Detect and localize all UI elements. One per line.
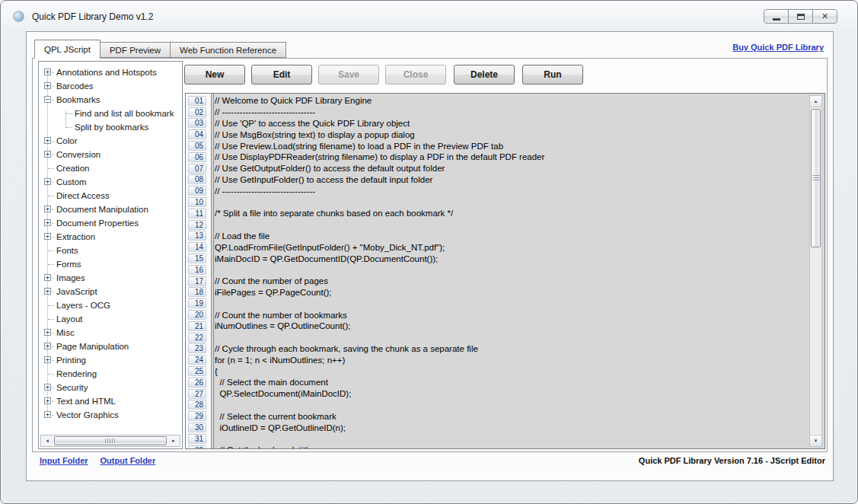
- tree-item-label: Find and list all bookmark: [75, 109, 174, 118]
- line-number: 27: [188, 389, 206, 399]
- tree-item-page-manipulation[interactable]: + Page Manipulation: [41, 340, 181, 353]
- tree-item-javascript[interactable]: + JavaScript: [41, 285, 181, 298]
- tree-item-split-by-bookmarks[interactable]: Split by bookmarks: [41, 120, 181, 134]
- expand-icon[interactable]: +: [44, 137, 51, 144]
- tree-item-find-and-list-all-bookmark[interactable]: Find and list all bookmark: [41, 107, 181, 120]
- vscroll-thumb[interactable]: [811, 109, 821, 247]
- tree-item-fonts[interactable]: Fonts: [41, 244, 181, 257]
- tree-item-misc[interactable]: + Misc: [41, 326, 181, 340]
- tree-item-label: Page Manipulation: [56, 342, 129, 351]
- tree-item-printing[interactable]: + Printing: [41, 353, 181, 367]
- expand-icon[interactable]: +: [44, 343, 51, 349]
- tab-pdf-preview[interactable]: PDF Preview: [100, 42, 171, 58]
- code-text: // Use GetOutputFolder() to access the d…: [215, 164, 445, 173]
- code-text: {: [215, 367, 218, 376]
- tree-item-document-manipulation[interactable]: + Document Manipulation: [41, 203, 181, 216]
- tab-qpl-jscript[interactable]: QPL JScript: [34, 40, 100, 59]
- code-text: // Welcome to Quick PDF Library Engine: [215, 96, 372, 105]
- line-number: 20: [188, 310, 206, 320]
- tab-strip: QPL JScriptPDF PreviewWeb Function Refer…: [35, 40, 286, 58]
- expand-icon[interactable]: +: [44, 69, 51, 75]
- expand-icon[interactable]: +: [44, 288, 51, 295]
- button-edit[interactable]: Edit: [251, 65, 312, 85]
- scroll-right-icon[interactable]: ▸: [167, 435, 180, 446]
- code-line: 27 QP.SelectDocument(iMainDocID);: [186, 388, 808, 400]
- button-save[interactable]: Save: [318, 65, 379, 85]
- tree-item-rendering[interactable]: Rendering: [41, 367, 181, 381]
- tree-item-barcodes[interactable]: + Barcodes: [41, 79, 181, 93]
- expand-icon[interactable]: +: [44, 397, 51, 404]
- tree-item-label: Fonts: [56, 246, 78, 255]
- code-line: 09 // --------------------------------: [186, 185, 808, 196]
- buy-quick-pdf-library-link[interactable]: Buy Quick PDF Library: [732, 43, 824, 52]
- expand-icon[interactable]: +: [44, 384, 51, 391]
- maximize-button[interactable]: [788, 9, 813, 24]
- expand-icon[interactable]: +: [44, 411, 51, 418]
- button-run[interactable]: Run: [522, 65, 583, 85]
- tree-item-bookmarks[interactable]: − Bookmarks: [41, 93, 181, 107]
- tree-item-forms[interactable]: Forms: [41, 257, 181, 271]
- output-folder-link[interactable]: Output Folder: [100, 456, 156, 465]
- expand-icon[interactable]: +: [44, 178, 51, 185]
- expand-icon[interactable]: +: [44, 206, 51, 212]
- tree-item-vector-graphics[interactable]: + Vector Graphics: [41, 408, 181, 422]
- script-editor[interactable]: 01 // Welcome to Quick PDF Library Engin…: [185, 93, 825, 449]
- expand-icon[interactable]: +: [44, 329, 51, 336]
- expand-icon[interactable]: −: [44, 96, 51, 103]
- tree-item-label: JavaScript: [56, 287, 97, 296]
- button-close[interactable]: Close: [385, 65, 446, 85]
- tree-item-text-and-html[interactable]: + Text and HTML: [41, 394, 181, 408]
- tree-item-security[interactable]: + Security: [41, 381, 181, 394]
- version-status-text: Quick PDF Library Version 7.16 - JScript…: [639, 456, 825, 465]
- line-number: 29: [188, 411, 206, 421]
- code-text: iFilePages = QP.PageCount();: [215, 288, 332, 297]
- editor-vertical-scrollbar[interactable]: ▴ ▾: [809, 95, 822, 447]
- line-number: 18: [188, 287, 206, 297]
- input-folder-link[interactable]: Input Folder: [40, 456, 88, 465]
- expand-icon[interactable]: +: [44, 219, 51, 226]
- tree-horizontal-scrollbar[interactable]: ◂ ▸: [40, 435, 180, 447]
- hscroll-thumb[interactable]: [54, 436, 167, 445]
- code-line: 18 iFilePages = QP.PageCount();: [186, 287, 808, 298]
- tree-item-custom[interactable]: + Custom: [41, 175, 181, 189]
- code-line: 13 // Load the file: [186, 231, 808, 242]
- scroll-up-icon[interactable]: ▴: [810, 96, 821, 107]
- tree-item-layout[interactable]: Layout: [41, 312, 181, 326]
- minimize-button[interactable]: [764, 9, 789, 24]
- scroll-down-icon[interactable]: ▾: [810, 435, 821, 446]
- expand-icon[interactable]: +: [44, 356, 51, 363]
- tree-item-extraction[interactable]: + Extraction: [41, 230, 181, 244]
- tree-item-conversion[interactable]: + Conversion: [41, 148, 181, 161]
- tab-web-function-reference[interactable]: Web Function Reference: [170, 42, 286, 58]
- code-line: 28: [186, 400, 808, 411]
- tree-item-document-properties[interactable]: + Document Properties: [41, 216, 181, 230]
- tree-item-label: Security: [56, 383, 88, 392]
- tree-item-color[interactable]: + Color: [41, 134, 181, 148]
- maximize-icon: [797, 14, 805, 20]
- code-text: QP.SelectDocument(iMainDocID);: [215, 389, 351, 398]
- expand-icon[interactable]: +: [44, 233, 51, 240]
- button-delete[interactable]: Delete: [454, 65, 515, 85]
- code-text: // Use 'QP' to access the Quick PDF Libr…: [215, 119, 410, 128]
- tree-item-direct-access[interactable]: Direct Access: [41, 189, 181, 203]
- code-text: QP.LoadFromFile(GetInputFolder() + "Moby…: [215, 243, 445, 252]
- expand-icon[interactable]: +: [44, 82, 51, 89]
- code-line: 15 iMainDocID = QP.GetDocumentID(QP.Docu…: [186, 253, 808, 264]
- expand-icon[interactable]: +: [44, 151, 51, 158]
- code-text: iNumOutlines = QP.OutlineCount();: [215, 321, 350, 330]
- scroll-left-icon[interactable]: ◂: [41, 435, 53, 446]
- tree-item-label: Barcodes: [56, 81, 94, 91]
- expand-icon[interactable]: +: [44, 274, 51, 281]
- line-number: 22: [188, 333, 206, 343]
- close-icon: ✕: [821, 12, 828, 21]
- close-button[interactable]: ✕: [812, 9, 837, 24]
- line-number: 23: [188, 343, 206, 353]
- window-title: Quick PDF Library Demo v1.2: [32, 11, 153, 22]
- button-new[interactable]: New: [184, 65, 245, 85]
- tree-item-creation[interactable]: Creation: [41, 161, 181, 175]
- tree-item-layers-ocg[interactable]: Layers - OCG: [41, 298, 181, 312]
- code-text: iOutlineID = QP.GetOutlineID(n);: [215, 423, 346, 432]
- line-number: 21: [188, 321, 206, 331]
- tree-item-images[interactable]: + Images: [41, 271, 181, 285]
- tree-item-annotations-and-hotspots[interactable]: + Annotations and Hotspots: [41, 65, 181, 79]
